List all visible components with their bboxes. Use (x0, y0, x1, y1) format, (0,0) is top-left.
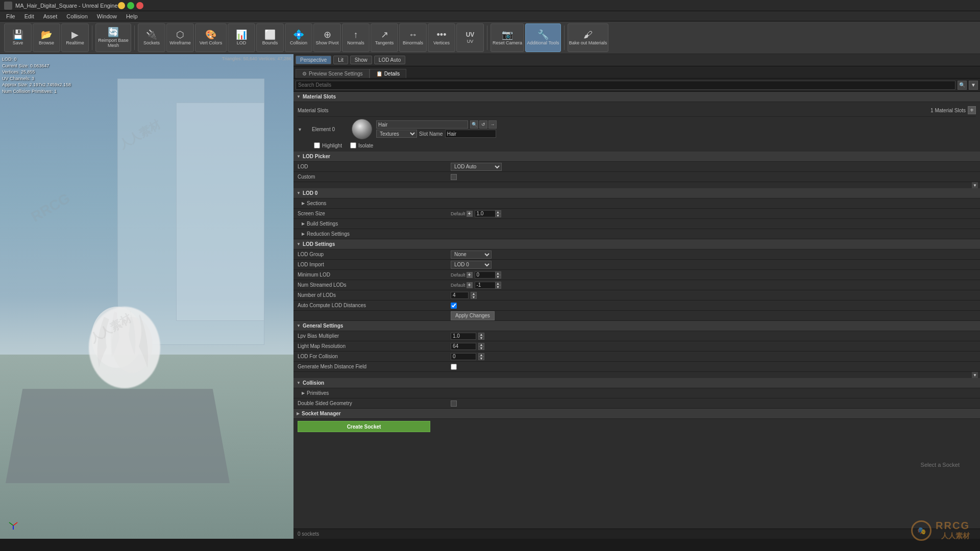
material-reset-button[interactable]: ↺ (479, 120, 487, 129)
gen-mesh-dist-row: Generate Mesh Distance Field (293, 362, 980, 372)
material-name-input[interactable] (376, 120, 468, 129)
collision-header[interactable]: ▼ Collision (293, 378, 980, 388)
apply-changes-button[interactable]: Apply Changes (451, 311, 495, 320)
search-input[interactable] (296, 81, 955, 90)
realtime-button[interactable]: ▶ Realtime (61, 23, 89, 52)
num-streamed-plus-button[interactable]: + (467, 282, 473, 288)
lightmap-res-up[interactable]: ▲ (478, 343, 484, 346)
custom-checkbox[interactable] (451, 174, 457, 180)
lod-group-select[interactable]: None (451, 251, 492, 259)
vert-colors-button[interactable]: 🎨 Vert Colors (195, 23, 227, 52)
isolate-checkbox[interactable] (350, 142, 356, 148)
num-lods-input[interactable] (451, 292, 469, 299)
lod-label: LOD (237, 40, 247, 45)
lod-collision-input[interactable] (451, 353, 476, 360)
minimize-button[interactable] (118, 2, 125, 9)
lpv-bias-input[interactable] (451, 333, 476, 340)
collision-button[interactable]: 💠 Collision (285, 23, 312, 52)
screen-size-plus-button[interactable]: + (467, 211, 473, 217)
min-lod-up[interactable]: ▲ (495, 271, 501, 275)
screen-size-input[interactable] (475, 210, 495, 217)
vertices-button[interactable]: ••• Vertices (428, 23, 455, 52)
material-element-row: ▼ Element 0 🔍 ↺ → (298, 117, 976, 141)
menu-asset[interactable]: Asset (39, 12, 62, 20)
tab-details[interactable]: 📋 Details (370, 69, 407, 78)
lpv-bias-down[interactable]: ▼ (478, 336, 484, 340)
material-find-button[interactable]: 🔍 (470, 120, 478, 129)
wireframe-button[interactable]: ⬡ Wireframe (166, 23, 194, 52)
num-streamed-up[interactable]: ▲ (495, 282, 501, 285)
lit-btn[interactable]: Lit (333, 56, 348, 64)
bounds-button[interactable]: ⬜ Bounds (256, 23, 284, 52)
general-settings-header[interactable]: ▼ General Settings (293, 321, 980, 331)
screen-size-up[interactable]: ▲ (495, 210, 501, 214)
material-open-button[interactable]: → (488, 120, 497, 129)
min-lod-input[interactable] (475, 271, 495, 279)
search-button[interactable]: 🔍 (958, 81, 967, 90)
browse-button[interactable]: 📂 Browse (33, 23, 60, 52)
gen-mesh-dist-checkbox[interactable] (451, 364, 457, 370)
tab-preview-scene[interactable]: ⚙ Preview Scene Settings (296, 69, 370, 78)
scroll-down-arrow[interactable]: ▼ (972, 182, 978, 188)
panel-content[interactable]: ▼ Material Slots Material Slots 1 Materi… (293, 92, 980, 529)
perspective-btn[interactable]: Perspective (296, 56, 331, 64)
maximize-button[interactable] (127, 2, 134, 9)
min-lod-down[interactable]: ▼ (495, 275, 501, 279)
auto-compute-lod-checkbox[interactable] (451, 303, 457, 309)
menu-edit[interactable]: Edit (20, 12, 38, 20)
lod-picker-header[interactable]: ▼ LOD Picker (293, 152, 980, 162)
scroll-down-arrow-2[interactable]: ▼ (972, 372, 978, 378)
reimport-button[interactable]: 🔄 Reimport Base Mesh (95, 23, 131, 52)
panel-tabs: ⚙ Preview Scene Settings 📋 Details (293, 66, 980, 79)
lightmap-res-down[interactable]: ▼ (478, 346, 484, 350)
sockets-button[interactable]: 🔌 Sockets (138, 23, 165, 52)
lod-import-row: LOD Import LOD 0 (293, 260, 980, 270)
binormals-button[interactable]: ↔ Binormals (399, 23, 427, 52)
create-socket-button[interactable]: Create Socket (298, 421, 430, 432)
browse-icon: 📂 (41, 30, 52, 39)
lod-auto-btn[interactable]: LOD Auto (374, 56, 405, 64)
lod-collision-down[interactable]: ▼ (478, 357, 484, 360)
menu-help[interactable]: Help (122, 12, 142, 20)
additional-tools-button[interactable]: 🔧 Additional Tools (525, 23, 561, 52)
tangents-button[interactable]: ↗ Tangents (371, 23, 398, 52)
hair-mesh-svg (74, 302, 176, 393)
material-slots-header[interactable]: ▼ Material Slots (293, 92, 980, 102)
lpv-bias-up[interactable]: ▲ (478, 333, 484, 336)
lightmap-res-input[interactable] (451, 343, 476, 350)
menu-collision[interactable]: Collision (62, 12, 92, 20)
show-pivot-icon: ⊕ (324, 30, 331, 39)
element-collapse[interactable]: ▼ (298, 126, 308, 132)
menu-file[interactable]: File (2, 12, 19, 20)
show-btn[interactable]: Show (350, 56, 372, 64)
uv-button[interactable]: UV UV (456, 23, 484, 52)
socket-manager-header[interactable]: ▶ Socket Manager (293, 409, 980, 419)
slot-name-input[interactable] (445, 130, 496, 138)
close-button[interactable] (136, 2, 143, 9)
lod0-header[interactable]: ▼ LOD 0 (293, 188, 980, 198)
menu-window[interactable]: Window (93, 12, 121, 20)
double-sided-checkbox[interactable] (451, 400, 457, 407)
save-button[interactable]: 💾 Save (4, 23, 32, 52)
lod-button[interactable]: 📊 LOD (228, 23, 255, 52)
num-lods-up[interactable]: ▲ (471, 292, 477, 295)
num-streamed-down[interactable]: ▼ (495, 285, 501, 289)
lod-import-select[interactable]: LOD 0 (451, 261, 492, 269)
add-material-slot-button[interactable]: + (968, 106, 976, 114)
lod-settings-header[interactable]: ▼ LOD Settings (293, 239, 980, 249)
lod-select[interactable]: LOD Auto LOD 0 LOD 1 LOD 2 LOD 3 (451, 163, 502, 171)
window-controls[interactable] (118, 2, 143, 9)
bake-out-button[interactable]: 🖌 Bake out Materials (568, 23, 608, 52)
screen-size-down[interactable]: ▼ (495, 214, 501, 217)
search-options-button[interactable]: ▼ (969, 81, 978, 90)
normals-button[interactable]: ↑ Normals (342, 23, 370, 52)
num-lods-down[interactable]: ▼ (471, 295, 477, 299)
highlight-checkbox[interactable] (314, 142, 320, 148)
lod-collision-up[interactable]: ▲ (478, 353, 484, 357)
num-streamed-input[interactable] (475, 282, 495, 289)
min-lod-plus-button[interactable]: + (467, 272, 473, 278)
viewport[interactable]: RRCG 人人素材 人人素材 LOD: 0 Current Size: 0.06… (0, 54, 293, 539)
material-texture-select[interactable]: Textures (376, 130, 417, 138)
show-pivot-button[interactable]: ⊕ Show Pivot (313, 23, 341, 52)
reset-camera-button[interactable]: 📷 Reset Camera (491, 23, 524, 52)
